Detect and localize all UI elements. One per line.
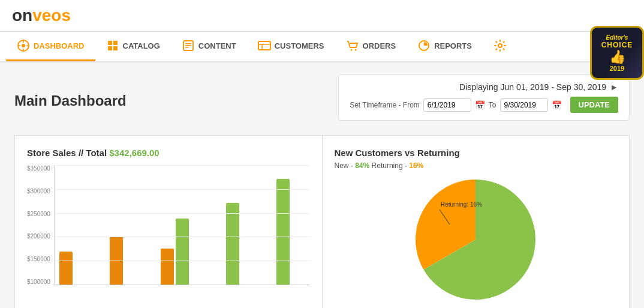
badge-line2: CHOICE xyxy=(601,41,633,49)
to-label: To xyxy=(489,101,496,109)
logo: onveos xyxy=(12,6,71,25)
catalog-icon xyxy=(106,39,119,52)
svg-rect-12 xyxy=(185,45,191,46)
editors-choice-badge: Editor's CHOICE 👍 2019 xyxy=(590,26,644,80)
bar-1-orange xyxy=(59,252,73,285)
pie-chart-container: Returning: 16% xyxy=(335,180,618,300)
svg-rect-8 xyxy=(108,46,112,50)
svg-point-1 xyxy=(22,44,25,47)
bar-3-green xyxy=(176,219,189,285)
nav-settings[interactable] xyxy=(483,32,521,61)
y-axis: $350000 $300000 $250000 $200000 $150000 … xyxy=(27,165,54,285)
badge-line1: Editor's xyxy=(606,34,628,41)
to-calendar-icon[interactable]: 📅 xyxy=(552,100,562,110)
nav-orders-label: ORDERS xyxy=(363,41,396,50)
nav-catalog-label: CATALOG xyxy=(123,41,160,50)
from-label: Set Timeframe - From xyxy=(350,101,420,109)
from-calendar-icon[interactable]: 📅 xyxy=(475,100,485,110)
timeframe-display-label: Displaying Jun 01, 2019 - Sep 30, 2019 xyxy=(459,82,606,92)
nav-content-label: CONTENT xyxy=(198,41,236,50)
svg-rect-6 xyxy=(108,41,112,45)
nav-customers-label: CUSTOMERS xyxy=(275,41,324,50)
y-label-100k: $100000 xyxy=(27,279,50,285)
badge-box: Editor's CHOICE 👍 2019 xyxy=(590,26,644,80)
logo-brand: veos xyxy=(32,6,71,25)
main-nav: DASHBOARD CATALOG CONTENT CUSTOMERS ORDE… xyxy=(0,32,644,62)
svg-rect-14 xyxy=(258,41,270,50)
nav-dashboard-label: DASHBOARD xyxy=(34,41,85,50)
bar-group-5 xyxy=(261,179,305,285)
timeframe-display: Displaying Jun 01, 2019 - Sep 30, 2019 ► xyxy=(459,82,618,92)
header: onveos xyxy=(0,0,644,32)
logo-text: on xyxy=(12,6,32,25)
title-area: Main Dashboard xyxy=(14,86,127,119)
customers-icon xyxy=(258,39,271,52)
timeframe-bar: Displaying Jun 01, 2019 - Sep 30, 2019 ►… xyxy=(338,74,630,121)
svg-rect-11 xyxy=(185,43,191,44)
svg-point-17 xyxy=(350,49,352,51)
header-content: Main Dashboard Displaying Jun 01, 2019 -… xyxy=(14,74,630,130)
store-sales-panel: Store Sales // Total $342,669.00 $350000… xyxy=(15,136,323,308)
store-sales-total: $342,669.00 xyxy=(109,148,159,158)
orders-icon xyxy=(346,39,359,52)
bar-group-3 xyxy=(161,219,204,285)
timeframe-arrow-icon: ► xyxy=(610,82,618,92)
pie-chart-svg: Returning: 16% xyxy=(404,168,547,308)
bar-4-green xyxy=(226,203,239,285)
charts-row: Store Sales // Total $342,669.00 $350000… xyxy=(14,135,630,308)
y-label-150k: $150000 xyxy=(27,256,50,262)
new-unit: % xyxy=(363,162,370,170)
bar-group-1 xyxy=(59,252,103,285)
nav-reports[interactable]: REPORTS xyxy=(407,32,483,61)
badge-thumb-icon: 👍 xyxy=(609,49,625,65)
main-content: Main Dashboard Displaying Jun 01, 2019 -… xyxy=(0,62,644,308)
bar-3-orange xyxy=(161,249,174,285)
y-label-250k: $250000 xyxy=(27,211,50,217)
nav-catalog[interactable]: CATALOG xyxy=(95,32,171,61)
badge-year: 2019 xyxy=(610,65,624,72)
nav-customers[interactable]: CUSTOMERS xyxy=(247,32,335,61)
svg-rect-9 xyxy=(113,46,118,50)
new-vs-returning-panel: New Customers vs Returning New - 84% Ret… xyxy=(323,136,630,308)
new-legend-label: New - xyxy=(335,162,356,170)
nav-dashboard[interactable]: DASHBOARD xyxy=(6,32,95,61)
reports-icon xyxy=(417,39,431,52)
bar-2-orange xyxy=(110,237,123,285)
settings-icon xyxy=(493,39,507,52)
svg-point-18 xyxy=(354,49,356,51)
svg-rect-7 xyxy=(113,41,118,45)
dashboard-icon xyxy=(17,39,30,52)
grid-line-1 xyxy=(55,165,310,166)
y-label-300k: $300000 xyxy=(27,188,50,195)
svg-rect-13 xyxy=(185,47,189,48)
store-sales-prefix: Store Sales // Total xyxy=(27,148,109,158)
timeframe-inputs: Set Timeframe - From 📅 To 📅 UPDATE xyxy=(350,97,618,113)
y-label-350k: $350000 xyxy=(27,165,50,172)
content-icon xyxy=(182,39,195,52)
new-vs-returning-title: New Customers vs Returning xyxy=(335,148,618,158)
bar-5-green xyxy=(276,179,290,285)
to-date-input[interactable] xyxy=(500,98,548,112)
page-title: Main Dashboard xyxy=(14,92,127,109)
nav-reports-label: REPORTS xyxy=(434,41,472,50)
bar-group-4 xyxy=(211,203,254,285)
svg-point-20 xyxy=(498,44,502,47)
nav-content[interactable]: CONTENT xyxy=(171,32,247,61)
update-button[interactable]: UPDATE xyxy=(570,97,618,113)
bar-chart-container: $350000 $300000 $250000 $200000 $150000 … xyxy=(27,165,310,285)
pie-returning-label: Returning: 16% xyxy=(441,201,482,208)
nav-orders[interactable]: ORDERS xyxy=(335,32,407,61)
new-pct: 84 xyxy=(355,162,363,170)
from-date-input[interactable] xyxy=(423,98,471,112)
bars-area xyxy=(54,165,310,285)
y-label-200k: $200000 xyxy=(27,233,50,240)
store-sales-title: Store Sales // Total $342,669.00 xyxy=(27,148,310,158)
bar-group-2 xyxy=(110,237,153,285)
